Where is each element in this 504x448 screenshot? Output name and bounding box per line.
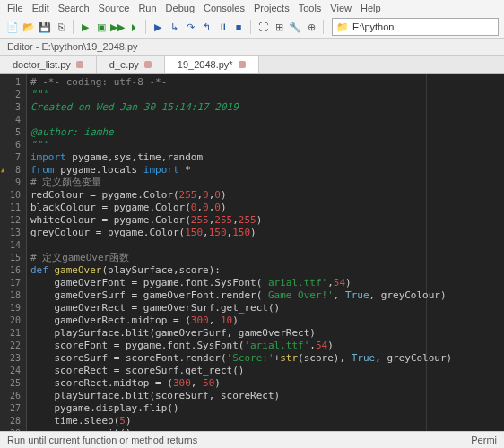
continue-icon[interactable]: ⏸ xyxy=(215,20,230,34)
code-editor[interactable]: 1234567891011121314151617181920212223242… xyxy=(0,74,504,446)
status-left: Run until current function or method ret… xyxy=(7,435,197,445)
code-line[interactable]: # 定义颜色变量 xyxy=(30,177,504,189)
line-number: 1 xyxy=(2,76,21,89)
code-line[interactable]: blackColour = pygame.Color(0,0,0) xyxy=(30,202,504,214)
save-all-icon[interactable]: ⎘ xyxy=(54,20,68,34)
menu-help[interactable]: Help xyxy=(361,3,381,13)
path-text: E:\python xyxy=(352,22,394,32)
code-area[interactable]: # -*- coding: utf-8 -*-"""Created on Wed… xyxy=(27,74,504,446)
line-number: 15 xyxy=(2,252,21,264)
code-line[interactable]: from pygame.locals import * xyxy=(30,164,504,177)
code-line[interactable]: gameOverRect.midtop = (300, 10) xyxy=(30,314,504,327)
code-line[interactable]: whiteColour = pygame.Color(255,255,255) xyxy=(30,214,504,227)
step-out-icon[interactable]: ↰ xyxy=(199,20,213,34)
tab-19-2048-py-[interactable]: 19_2048.py* xyxy=(165,56,259,73)
maximize-icon[interactable]: ⛶ xyxy=(256,20,270,34)
line-number: 21 xyxy=(2,327,21,340)
line-number: 5 xyxy=(2,126,21,139)
code-line[interactable]: gameOverSurf = gameOverFont.render('Game… xyxy=(30,289,504,302)
close-icon[interactable] xyxy=(144,61,152,68)
code-line[interactable]: @author: iamhe xyxy=(30,126,504,139)
menu-projects[interactable]: Projects xyxy=(254,3,290,13)
line-number: 27 xyxy=(2,402,21,415)
code-line[interactable]: scoreFont = pygame.font.SysFont('arial.t… xyxy=(30,340,504,352)
run-selection-icon[interactable]: ▶▶ xyxy=(110,20,125,34)
line-number: 17 xyxy=(2,277,21,289)
line-number: 13 xyxy=(2,227,21,239)
step-into-icon[interactable]: ↳ xyxy=(167,20,181,34)
line-number: 14 xyxy=(2,239,21,252)
new-file-icon[interactable]: 📄 xyxy=(5,20,20,34)
run-icon[interactable]: ▶ xyxy=(78,20,92,34)
editor-tabs: doctor_list.pyd_e.py19_2048.py* xyxy=(0,56,504,74)
separator xyxy=(323,20,324,34)
code-line[interactable]: playSurface.blit(scoreSurf, scoreRect) xyxy=(30,390,504,402)
editor-title: Editor - E:\python\19_2048.py xyxy=(7,41,138,52)
menu-bar: FileEditSearchSourceRunDebugConsolesProj… xyxy=(0,0,504,16)
line-number: 16 xyxy=(2,264,21,277)
code-line[interactable]: scoreRect.midtop = (300, 50) xyxy=(30,377,504,390)
code-line[interactable]: gameOverFont = pygame.font.SysFont('aria… xyxy=(30,277,504,289)
code-line[interactable]: playSurface.blit(gameOverSurf, gameOverR… xyxy=(30,327,504,340)
line-number: 10 xyxy=(2,189,21,202)
code-line[interactable]: scoreSurf = scoreFont.render('Score:'+st… xyxy=(30,352,504,365)
code-line[interactable]: gameOverRect = gameOverSurf.get_rect() xyxy=(30,302,504,314)
line-number: 12 xyxy=(2,214,21,227)
folder-icon: 📁 xyxy=(336,22,349,33)
separator xyxy=(145,20,146,34)
code-line[interactable]: """ xyxy=(30,139,504,151)
separator xyxy=(250,20,251,34)
preferences-icon[interactable]: 🔧 xyxy=(288,20,302,34)
separator xyxy=(73,20,74,34)
close-icon[interactable] xyxy=(239,61,246,68)
code-line[interactable]: time.sleep(5) xyxy=(30,415,504,427)
code-line[interactable]: def gameOver(playSurface,score): xyxy=(30,264,504,277)
layout-icon[interactable]: ⊞ xyxy=(272,20,286,34)
close-icon[interactable] xyxy=(76,61,83,68)
menu-view[interactable]: View xyxy=(330,3,352,13)
menu-edit[interactable]: Edit xyxy=(32,3,49,13)
pythonpath-icon[interactable]: ⊕ xyxy=(304,20,318,34)
tab-d-e-py[interactable]: d_e.py xyxy=(97,56,165,73)
code-line[interactable]: greyColour = pygame.Color(150,150,150) xyxy=(30,227,504,239)
open-icon[interactable]: 📂 xyxy=(22,20,36,34)
code-line[interactable] xyxy=(30,239,504,252)
menu-file[interactable]: File xyxy=(7,3,23,13)
code-line[interactable]: scoreRect = scoreSurf.get_rect() xyxy=(30,365,504,377)
menu-tools[interactable]: Tools xyxy=(299,3,322,13)
line-number: 24 xyxy=(2,365,21,377)
line-number: 4 xyxy=(2,114,21,126)
menu-run[interactable]: Run xyxy=(138,3,156,13)
menu-search[interactable]: Search xyxy=(58,3,90,13)
code-line[interactable]: import pygame,sys,time,random xyxy=(30,151,504,164)
step-over-icon[interactable]: ↷ xyxy=(183,20,197,34)
code-line[interactable]: """ xyxy=(30,89,504,101)
debug-run-icon[interactable]: ⏵ xyxy=(126,20,141,34)
run-cell-icon[interactable]: ▣ xyxy=(94,20,109,34)
line-number: 22 xyxy=(2,340,21,352)
debug-icon[interactable]: ▶ xyxy=(151,20,165,34)
code-line[interactable] xyxy=(30,114,504,126)
line-number: 23 xyxy=(2,352,21,365)
tab-doctor-list-py[interactable]: doctor_list.py xyxy=(0,56,97,73)
line-number: 11 xyxy=(2,202,21,214)
code-line[interactable]: Created on Wed Jan 30 15:14:17 2019 xyxy=(30,101,504,114)
line-number: 2 xyxy=(2,89,21,101)
line-number: 18 xyxy=(2,289,21,302)
code-line[interactable]: redColour = pygame.Color(255,0,0) xyxy=(30,189,504,202)
line-number: 3 xyxy=(2,101,21,114)
code-line[interactable]: pygame.display.flip() xyxy=(30,402,504,415)
code-line[interactable]: # 定义gameOver函数 xyxy=(30,252,504,264)
save-icon[interactable]: 💾 xyxy=(38,20,52,34)
working-dir-input[interactable]: 📁 E:\python xyxy=(332,18,499,36)
menu-debug[interactable]: Debug xyxy=(166,3,195,13)
tab-label: d_e.py xyxy=(109,59,139,70)
tab-label: 19_2048.py* xyxy=(178,59,233,70)
code-line[interactable]: # -*- coding: utf-8 -*- xyxy=(30,76,504,89)
menu-source[interactable]: Source xyxy=(99,3,130,13)
line-number: 28 xyxy=(2,415,21,427)
line-number: 6 xyxy=(2,139,21,151)
menu-consoles[interactable]: Consoles xyxy=(204,3,245,13)
line-number: 19 xyxy=(2,302,21,314)
stop-debug-icon[interactable]: ■ xyxy=(231,20,246,34)
